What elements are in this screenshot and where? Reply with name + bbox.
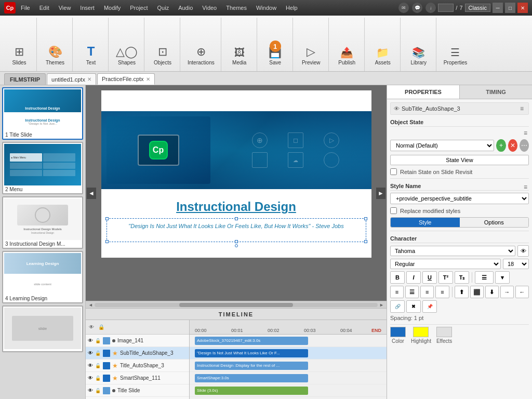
tl-lock-image141[interactable]: 🔓 — [95, 338, 101, 343]
tab-timing[interactable]: TIMING — [460, 85, 532, 99]
tl-track-subtitle[interactable]: "Design Is Not Just What It Looks Like O… — [190, 347, 387, 360]
list-arrow-button[interactable]: ▾ — [495, 271, 510, 284]
style-dropdown[interactable]: +provide_perspective_subtitle — [390, 193, 529, 204]
canvas-scroll[interactable]: ◄ ► ⊕ ◻ ▷ — [86, 85, 387, 301]
menu-file[interactable]: File — [19, 4, 32, 12]
maximize-button[interactable]: □ — [505, 3, 515, 13]
filmstrip-slide-5[interactable]: slide — [2, 305, 83, 352]
list-button[interactable]: ☰ — [475, 271, 494, 284]
filmstrip-slide-1[interactable]: Instructional Design Instructional Desig… — [2, 87, 83, 140]
ribbon-themes-button[interactable]: 🎨 Themes — [41, 44, 69, 67]
tl-lock-smartshape[interactable]: 🔓 — [95, 376, 101, 381]
handle-br[interactable] — [364, 240, 367, 243]
highlight-swatch[interactable] — [413, 327, 429, 337]
outdent-button[interactable]: ← — [515, 286, 529, 298]
bold-button[interactable]: B — [390, 271, 405, 284]
slide-title-area[interactable]: Instructional Design — [101, 189, 371, 218]
state-remove-btn[interactable]: ✕ — [508, 139, 517, 152]
filmstrip-slide-4[interactable]: Learning Design slide content 4 Learning… — [2, 251, 83, 303]
tl-row-image141[interactable]: 👁 🔓 Image_141 — [86, 335, 189, 347]
style-tab-options[interactable]: Options — [460, 218, 529, 227]
props-menu-btn[interactable]: ≡ — [518, 104, 525, 113]
state-add-btn[interactable]: + — [496, 139, 506, 152]
tl-row-smartshape[interactable]: 👁 🔓 ★ SmartShape_111 — [86, 372, 189, 384]
menu-themes[interactable]: Themes — [224, 4, 249, 12]
indent-button[interactable]: → — [500, 286, 514, 298]
valign-bot-button[interactable]: ⬇ — [485, 286, 499, 298]
tl-eye-all[interactable]: 👁 — [88, 323, 95, 331]
handle-tm[interactable] — [235, 217, 238, 220]
valign-top-button[interactable]: ⬆ — [455, 286, 468, 298]
slide-subtitle-area[interactable]: "Design Is Not Just What It Looks Like O… — [101, 218, 371, 258]
tab-untitled1-close[interactable]: ✕ — [87, 76, 91, 82]
underline-button[interactable]: U — [422, 271, 437, 284]
menu-video[interactable]: Video — [200, 4, 219, 12]
filmstrip-tab[interactable]: FILMSTRIP — [4, 73, 46, 85]
tl-lock-all[interactable]: 🔒 — [97, 323, 105, 331]
menu-insert[interactable]: Insert — [78, 4, 97, 12]
marker-button[interactable]: 📌 — [422, 300, 437, 313]
menu-bar[interactable]: File Edit View Insert Modify Project Qui… — [19, 4, 300, 12]
filmstrip-slide-3[interactable]: Instructional Design Models Instructiona… — [2, 196, 83, 249]
ribbon-objects-button[interactable]: ⊡ Objects — [149, 44, 177, 67]
tl-track-titleslide[interactable]: Slide (3.0s) — [190, 384, 387, 397]
scroll-right-arrow[interactable]: ► — [378, 302, 385, 308]
font-style-dropdown[interactable]: Regular — [390, 259, 501, 269]
style-name-menu[interactable]: ≡ — [522, 183, 529, 191]
remove-link-button[interactable]: ✖ — [406, 300, 421, 313]
handle-tl[interactable] — [105, 217, 109, 220]
style-tab-style[interactable]: Style — [391, 218, 460, 227]
retain-state-checkbox[interactable] — [390, 168, 397, 175]
font-preview-btn[interactable]: 👁 — [517, 245, 529, 257]
download-icon[interactable]: ↓ — [425, 3, 436, 13]
align-right-button[interactable]: ≡ — [420, 286, 434, 298]
tab-untitled1[interactable]: untitled1.cptx ✕ — [47, 73, 96, 85]
replace-styles-checkbox[interactable] — [390, 207, 397, 214]
tab-practicefile[interactable]: PracticeFile.cptx ✕ — [97, 73, 155, 85]
ribbon-media-button[interactable]: 🖼 Media — [225, 45, 254, 67]
ribbon-text-button[interactable]: T Text — [77, 43, 105, 67]
subscript-button[interactable]: T₂ — [455, 271, 469, 284]
menu-window[interactable]: Window — [254, 4, 278, 12]
menu-modify[interactable]: Modify — [102, 4, 123, 12]
menu-help[interactable]: Help — [284, 4, 300, 12]
ribbon-slides-button[interactable]: ⊞ Slides — [5, 44, 33, 67]
close-button[interactable]: ✕ — [517, 3, 528, 13]
menu-edit[interactable]: Edit — [37, 4, 51, 12]
tl-track-image141[interactable]: AdobeStock_370219467_edit:3.0s — [190, 335, 387, 347]
effects-swatch[interactable] — [436, 327, 452, 337]
ribbon-assets-button[interactable]: 📁 Assets — [369, 45, 397, 67]
state-view-button[interactable]: State View — [390, 155, 529, 165]
ribbon-preview-button[interactable]: ▷ Preview — [297, 44, 325, 67]
tl-eye-subtitle[interactable]: 👁 — [88, 350, 93, 356]
canvas-scrollbar[interactable]: ◄ ► — [86, 301, 387, 308]
handle-tr[interactable] — [364, 217, 367, 220]
tl-row-subtitle[interactable]: 👁 🔓 ★ SubTitle_AutoShape_3 — [86, 347, 189, 360]
align-left-button[interactable]: ≡ — [390, 286, 404, 298]
slide-next-button[interactable]: ► — [376, 188, 385, 199]
tab-properties[interactable]: PROPERTIES — [387, 85, 460, 99]
ribbon-interactions-button[interactable]: ⊕ Interactions — [184, 44, 218, 67]
tl-track-smartshape[interactable]: SmartShape:3.0s — [190, 372, 387, 384]
valign-mid-button[interactable]: ⬛ — [470, 286, 484, 298]
tl-eye-titleslide[interactable]: 👁 — [88, 388, 93, 393]
tl-lock-subtitle[interactable]: 🔓 — [95, 351, 101, 356]
tl-eye-image141[interactable]: 👁 — [88, 338, 93, 343]
tl-row-title[interactable]: 👁 🔓 ★ Title_AutoShape_3 — [86, 360, 189, 372]
filmstrip-slide-2[interactable]: ● Main Menu 2 Menu — [2, 142, 83, 194]
tl-eye-title[interactable]: 👁 — [88, 363, 93, 368]
timeline-tracks[interactable]: 00:00 00:01 00:02 00:03 00:04 END AdobeS… — [190, 320, 387, 399]
superscript-button[interactable]: T² — [438, 271, 453, 284]
menu-project[interactable]: Project — [128, 4, 150, 12]
color-swatch[interactable] — [390, 327, 406, 337]
state-more-btn[interactable]: ⋯ — [520, 139, 529, 152]
ribbon-publish-button[interactable]: 📤 Publish — [333, 45, 361, 67]
state-dropdown[interactable]: Normal (Default) — [390, 140, 494, 151]
menu-view[interactable]: View — [57, 4, 73, 12]
align-justify-button[interactable]: ≡ — [435, 286, 449, 298]
email-icon[interactable]: ✉ — [398, 3, 409, 13]
slide-prev-button[interactable]: ◄ — [87, 188, 96, 199]
ribbon-save-button[interactable]: 1 💾 Save — [261, 45, 289, 67]
scroll-left-arrow[interactable]: ◄ — [87, 302, 95, 308]
slide-canvas[interactable]: ⊕ ◻ ▷ ☁ Cp — [101, 90, 371, 258]
